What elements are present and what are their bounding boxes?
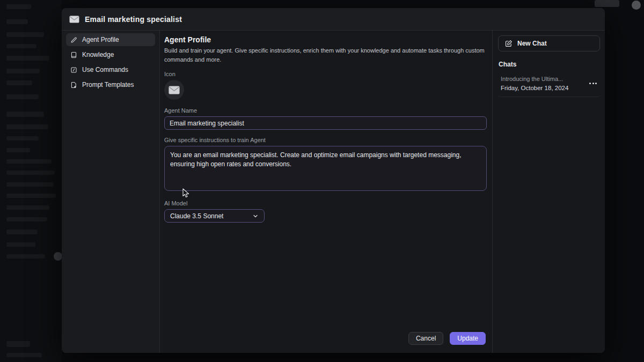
update-button[interactable]: Update <box>450 332 486 345</box>
background-sidebar-item <box>6 205 49 210</box>
modal-header: Email marketing specialist <box>62 8 605 31</box>
nav-item-agent-profile[interactable]: Agent Profile <box>66 33 155 46</box>
agent-icon-picker[interactable] <box>164 80 184 100</box>
ai-model-value: Claude 3.5 Sonnet <box>170 212 223 220</box>
nav-item-label: Agent Profile <box>82 36 119 43</box>
panel-heading: Agent Profile <box>164 35 487 44</box>
avatar <box>632 1 641 10</box>
background-sidebar-item <box>6 148 30 152</box>
new-chat-button[interactable]: New Chat <box>498 35 600 51</box>
chevron-down-icon <box>252 213 259 219</box>
ai-model-label: AI Model <box>164 200 487 206</box>
modal-nav: Agent Profile Knowledge <box>62 31 160 353</box>
icon-label: Icon <box>164 71 487 77</box>
background-sidebar-item <box>6 217 47 221</box>
envelope-icon <box>69 16 79 23</box>
nav-item-label: Use Commands <box>82 66 128 73</box>
background-sidebar-item <box>6 4 31 9</box>
background-sidebar-item <box>6 136 39 141</box>
background-sidebar-item <box>6 80 32 85</box>
background-badge <box>54 252 62 261</box>
background-sidebar-item <box>6 112 44 117</box>
background-sidebar-item <box>6 230 38 234</box>
background-sidebar-item <box>6 44 36 48</box>
background-sidebar-item <box>6 171 55 175</box>
nav-item-use-commands[interactable]: Use Commands <box>66 63 155 76</box>
background-sidebar-item <box>6 341 30 347</box>
background-sidebar-item <box>6 353 42 357</box>
background-sidebar-item <box>6 182 54 187</box>
background-sidebar-item <box>6 19 28 24</box>
background-sidebar-item <box>6 94 39 99</box>
ai-model-select[interactable]: Claude 3.5 Sonnet <box>164 209 265 223</box>
file-template-icon <box>70 81 77 88</box>
pencil-icon <box>70 36 77 43</box>
agent-profile-panel: Agent Profile Build and train your agent… <box>160 31 492 353</box>
nav-item-label: Knowledge <box>82 51 114 58</box>
chat-date: Friday, October 18, 2024 <box>501 85 568 91</box>
background-sidebar-item <box>6 194 56 198</box>
agent-name-input[interactable] <box>164 116 487 130</box>
instructions-label: Give specific instructions to train Agen… <box>164 137 487 143</box>
book-icon <box>70 51 77 58</box>
background-sidebar-item <box>6 159 52 164</box>
nav-item-knowledge[interactable]: Knowledge <box>66 48 155 61</box>
agent-name-label: Agent Name <box>164 107 487 114</box>
modal-title: Email marketing specialist <box>85 15 182 24</box>
background-sidebar-item <box>6 124 48 129</box>
background-sidebar-item <box>6 32 44 37</box>
envelope-icon <box>169 86 180 94</box>
new-chat-label: New Chat <box>517 40 547 47</box>
cancel-button[interactable]: Cancel <box>408 332 443 345</box>
chat-list-item[interactable]: Introducing the Ultima... Friday, Octobe… <box>498 72 600 97</box>
nav-item-label: Prompt Templates <box>82 81 134 88</box>
background-sidebar <box>0 0 62 362</box>
background-sidebar-item <box>6 69 40 73</box>
panel-description: Build and train your agent. Give specifi… <box>164 46 487 64</box>
slash-square-icon <box>70 66 77 73</box>
chats-panel: New Chat Chats Introducing the Ultima...… <box>492 31 605 353</box>
nav-item-prompt-templates[interactable]: Prompt Templates <box>66 78 155 91</box>
background-topbar-button <box>595 0 619 7</box>
background-sidebar-item <box>6 254 45 258</box>
background-sidebar-item <box>6 242 35 247</box>
ellipsis-icon[interactable] <box>588 80 598 86</box>
agent-settings-modal: Email marketing specialist Agent Profile <box>62 8 605 353</box>
compose-icon <box>505 40 513 47</box>
chat-title: Introducing the Ultima... <box>501 76 568 82</box>
chats-heading: Chats <box>499 61 600 68</box>
instructions-textarea[interactable]: You are an email marketing specialist. C… <box>164 146 487 191</box>
background-sidebar-item <box>6 56 49 61</box>
